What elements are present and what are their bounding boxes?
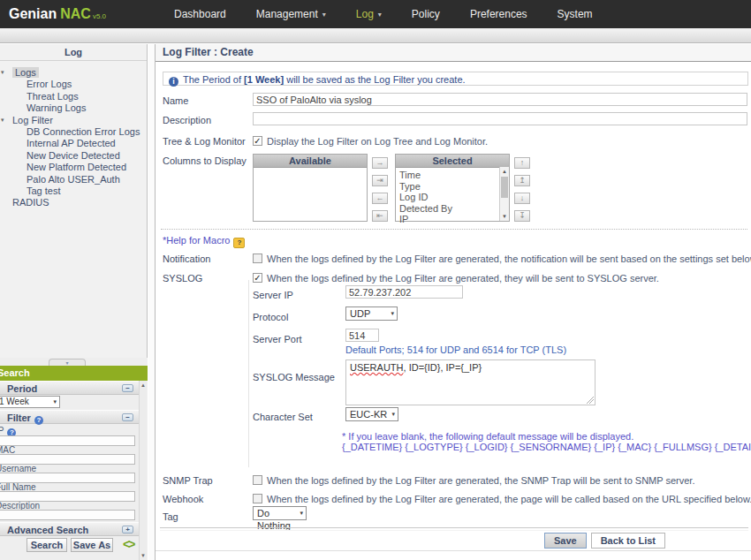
- tree-item-palo-alto-user-auth[interactable]: Palo Alto USER_Auth: [0, 174, 147, 185]
- panel-collapse-handle[interactable]: ▾: [49, 359, 86, 366]
- syslog-text: When the logs defined by the Log Filter …: [267, 273, 659, 284]
- server-port-input[interactable]: [345, 329, 379, 342]
- select-arrow-icon: ▾: [391, 307, 394, 320]
- collapse-caret-icon[interactable]: ▾: [1, 114, 4, 125]
- move-bottom-button[interactable]: ↧: [514, 210, 530, 222]
- syslog-checkbox[interactable]: ✓: [253, 273, 262, 283]
- move-all-left-button[interactable]: ⇤: [372, 210, 388, 222]
- list-item[interactable]: Log ID: [396, 192, 509, 203]
- tree-item-logs[interactable]: ▾Logs: [0, 67, 147, 79]
- collapse-section-button[interactable]: −: [122, 384, 133, 392]
- nav-log[interactable]: Log▾: [341, 8, 397, 20]
- server-port-label: Server Port: [253, 334, 302, 344]
- syslog-message-rest: , ID={ID}, IP={_IP}: [404, 362, 482, 373]
- notification-checkbox[interactable]: [253, 254, 262, 263]
- tree-item-db-connection-error-logs[interactable]: DB Connection Error Logs: [0, 126, 147, 138]
- scroll-up-icon[interactable]: ▲: [502, 169, 507, 174]
- content-bottom-border: [156, 550, 751, 551]
- nav-dashboard[interactable]: Dashboard: [159, 8, 241, 20]
- list-item[interactable]: Type: [396, 181, 509, 193]
- select-arrow-icon: ▾: [391, 408, 395, 420]
- selected-listbox[interactable]: Selected Time Type Log ID Detected By IP…: [395, 154, 510, 222]
- charset-select[interactable]: EUC-KR▾: [345, 407, 398, 421]
- sidebar-title: Log: [0, 44, 147, 61]
- tag-label: Tag: [163, 511, 178, 522]
- charset-label: Character Set: [253, 412, 313, 422]
- nav-management[interactable]: Management▾: [241, 8, 341, 20]
- columns-label: Columns to Display: [163, 155, 247, 166]
- help-macro-link[interactable]: *Help for Macro: [163, 235, 230, 246]
- blank-message-note-line1: * If you leave blank, the following defa…: [342, 431, 633, 442]
- syslog-message-textarea[interactable]: USERAUTH, ID={ID}, IP={_IP}: [345, 359, 595, 405]
- tree-item-warning-logs[interactable]: Warning Logs: [0, 102, 147, 114]
- resize-handle-icon[interactable]: [587, 397, 594, 404]
- description-input[interactable]: [253, 112, 747, 125]
- tree-item-new-platform-detected[interactable]: New Platform Detected: [0, 162, 147, 173]
- sidebar-gutter: [148, 44, 155, 560]
- list-item[interactable]: Detected By: [396, 203, 509, 215]
- tag-select[interactable]: Do Nothing▾: [253, 506, 307, 520]
- tree-item-internal-ap-detected[interactable]: Internal AP Detected: [0, 138, 147, 149]
- name-input[interactable]: [253, 93, 747, 106]
- tree-item-new-device-detected[interactable]: New Device Detected: [0, 150, 147, 162]
- info-icon: i: [169, 77, 178, 87]
- tree-monitor-checkbox[interactable]: ✓: [253, 136, 262, 146]
- tree-monitor-label: Tree & Log Monitor: [163, 136, 246, 147]
- help-macro-row: *Help for Macro?: [163, 235, 245, 248]
- nav-preferences[interactable]: Preferences: [455, 8, 542, 20]
- info-notice: iThe Period of [1 Week] will be saved as…: [163, 72, 748, 86]
- help-icon[interactable]: ?: [34, 416, 43, 425]
- tree-item-log-filter[interactable]: ▾Log Filter: [0, 115, 147, 126]
- scroll-down-icon[interactable]: ▼: [502, 214, 507, 219]
- tree-item-threat-logs[interactable]: Threat Logs: [0, 91, 147, 102]
- move-up-button[interactable]: ↑: [514, 157, 530, 169]
- description-label: Description: [163, 115, 211, 125]
- expand-section-button[interactable]: +: [122, 526, 133, 534]
- save-as-button[interactable]: Save As: [71, 538, 113, 552]
- ip-field-input[interactable]: [0, 435, 135, 446]
- move-down-button[interactable]: ↓: [514, 193, 530, 204]
- move-left-button[interactable]: ←: [372, 193, 388, 204]
- nav-system[interactable]: System: [542, 8, 608, 20]
- search-panel-scrollbar[interactable]: ▲ ▼: [139, 381, 147, 560]
- macro-help-icon[interactable]: ?: [233, 238, 245, 248]
- log-filter-form: iThe Period of [1 Week] will be saved as…: [156, 62, 751, 560]
- panel-resize-chevrons-icon[interactable]: <>: [123, 537, 133, 551]
- tree-monitor-text: Display the Log Filter on Log Tree and L…: [267, 136, 488, 147]
- tree-item-error-logs[interactable]: Error Logs: [0, 79, 147, 90]
- period-select[interactable]: 1 Week▾: [0, 396, 60, 408]
- available-listbox[interactable]: Available: [253, 154, 368, 222]
- advanced-search-header[interactable]: Advanced Search+: [0, 522, 139, 536]
- move-right-button[interactable]: →: [372, 157, 388, 169]
- scrollbar-thumb[interactable]: [501, 177, 508, 198]
- move-top-button[interactable]: ↥: [514, 175, 530, 186]
- tree-item-radius[interactable]: RADIUS: [0, 197, 147, 208]
- tree-item-tag-test[interactable]: Tag test: [0, 185, 147, 197]
- list-item[interactable]: Time: [396, 170, 509, 181]
- protocol-select[interactable]: UDP▾: [345, 306, 398, 321]
- description-field-input[interactable]: [0, 510, 135, 520]
- collapse-section-button[interactable]: −: [122, 413, 133, 421]
- scroll-up-icon[interactable]: ▲: [140, 382, 146, 388]
- collapse-caret-icon[interactable]: ▾: [1, 66, 4, 78]
- period-section-header[interactable]: Period−: [0, 381, 139, 395]
- dropdown-caret-icon: ▾: [322, 11, 326, 19]
- move-all-right-button[interactable]: ⇥: [372, 175, 388, 186]
- scroll-down-icon[interactable]: ▼: [140, 553, 146, 558]
- server-ip-input[interactable]: [345, 285, 463, 299]
- brand-name: Genian: [9, 6, 57, 21]
- nav-policy[interactable]: Policy: [397, 8, 455, 20]
- save-button[interactable]: Save: [544, 533, 587, 549]
- webhook-checkbox[interactable]: [253, 494, 262, 503]
- list-scrollbar[interactable]: ▲ ▼: [499, 167, 509, 221]
- list-item[interactable]: IP: [396, 214, 509, 225]
- back-to-list-button[interactable]: Back to List: [591, 533, 665, 549]
- log-tree: ▾Logs Error Logs Threat Logs Warning Log…: [0, 61, 147, 209]
- filter-section-header[interactable]: Filter?−: [0, 410, 139, 424]
- search-panel-header: Search: [0, 366, 148, 381]
- selected-items: Time Type Log ID Detected By IP: [396, 168, 509, 225]
- dropdown-caret-icon: ▾: [378, 11, 382, 19]
- secondary-toolbar: [0, 28, 751, 43]
- snmp-trap-checkbox[interactable]: [253, 475, 262, 485]
- search-button[interactable]: Search: [27, 538, 67, 552]
